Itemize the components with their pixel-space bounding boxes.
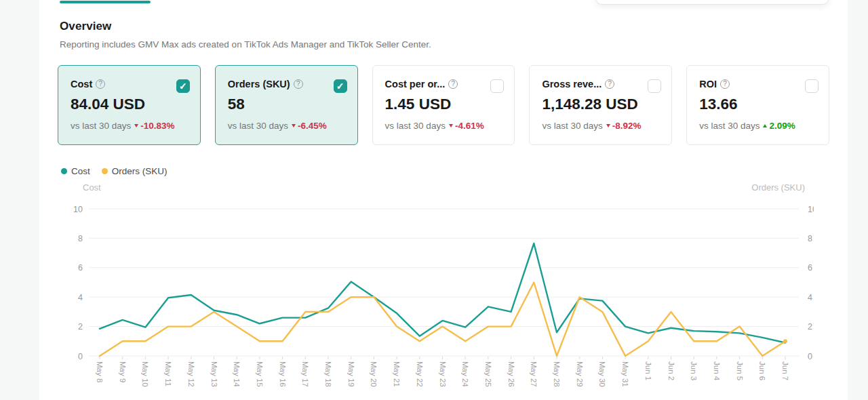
metric-label: Orders (SKU) [228, 79, 290, 89]
svg-text:May 27: May 27 [530, 361, 538, 387]
trend-badge: -8.92% [606, 121, 642, 131]
compare-label: vs last 30 days [542, 121, 602, 131]
svg-text:4: 4 [808, 293, 812, 302]
compare-label: vs last 30 days [71, 121, 131, 131]
metric-card-cost-per-order[interactable]: Cost per or... ? 1.45 USD vs last 30 day… [372, 65, 515, 145]
metric-label: Gross reve... [542, 79, 601, 89]
svg-text:0: 0 [78, 352, 83, 361]
page-title: Overview [60, 20, 111, 33]
svg-text:May 12: May 12 [187, 361, 195, 387]
svg-text:May 31: May 31 [621, 361, 629, 387]
overview-chart: 00224466881010May 8May 9May 10May 11May … [60, 201, 814, 400]
svg-text:6: 6 [808, 263, 812, 273]
metric-card-cost[interactable]: Cost ? 84.04 USD vs last 30 days -10.83% [58, 65, 201, 145]
svg-text:May 11: May 11 [164, 361, 172, 386]
svg-text:May 25: May 25 [484, 361, 492, 387]
svg-text:4: 4 [78, 293, 83, 302]
legend-item-orders-sku[interactable]: Orders (SKU) [102, 166, 167, 176]
metric-cards-row: Cost ? 84.04 USD vs last 30 days -10.83%… [58, 65, 829, 145]
delta-value: -8.92% [612, 121, 642, 131]
svg-text:May 9: May 9 [119, 361, 127, 382]
delta-value: 2.09% [769, 121, 795, 131]
svg-text:May 13: May 13 [210, 361, 218, 387]
svg-text:10: 10 [73, 205, 83, 214]
left-sidebar-rail [0, 0, 39, 400]
svg-text:Jun 7: Jun 7 [781, 361, 789, 380]
metric-value: 84.04 USD [71, 96, 189, 113]
delta-value: -10.83% [140, 121, 174, 131]
help-icon[interactable]: ? [448, 79, 458, 89]
svg-text:May 24: May 24 [461, 361, 469, 387]
metric-value: 1.45 USD [385, 96, 504, 113]
svg-text:Jun 6: Jun 6 [758, 361, 766, 380]
metric-checkbox[interactable] [334, 79, 347, 93]
metric-card-orders-sku[interactable]: Orders (SKU) ? 58 vs last 30 days -6.45% [215, 65, 358, 145]
delta-value: -6.45% [298, 121, 327, 131]
legend-label: Cost [71, 166, 90, 176]
svg-text:Jun 2: Jun 2 [667, 361, 675, 380]
svg-text:Jun 4: Jun 4 [713, 361, 721, 381]
svg-text:May 14: May 14 [233, 361, 241, 387]
svg-text:May 23: May 23 [439, 361, 447, 387]
svg-text:May 29: May 29 [576, 361, 584, 387]
metric-label: ROI [699, 79, 717, 89]
trend-badge: 2.09% [763, 121, 795, 131]
metric-checkbox[interactable] [490, 79, 504, 93]
svg-text:Jun 5: Jun 5 [736, 361, 744, 380]
compare-label: vs last 30 days [699, 121, 760, 131]
svg-text:May 18: May 18 [324, 361, 332, 387]
active-tab-indicator [60, 1, 151, 3]
svg-text:May 16: May 16 [279, 361, 287, 387]
svg-text:8: 8 [808, 234, 812, 243]
metric-card-roi[interactable]: ROI ? 13.66 vs last 30 days 2.09% [686, 65, 829, 145]
metric-value: 1,148.28 USD [542, 96, 660, 113]
help-icon[interactable]: ? [294, 79, 303, 89]
svg-text:May 19: May 19 [347, 361, 355, 387]
gmv-max-overview-page: Overview Reporting includes GMV Max ads … [0, 0, 868, 400]
metric-value: 13.66 [699, 96, 818, 113]
delta-value: -4.61% [455, 121, 484, 131]
help-icon[interactable]: ? [720, 79, 730, 89]
svg-text:May 22: May 22 [416, 361, 424, 387]
overview-chart-container: 00224466881010May 8May 9May 10May 11May … [60, 201, 814, 400]
svg-text:0: 0 [808, 352, 812, 361]
legend-item-cost[interactable]: Cost [61, 166, 90, 176]
left-axis-title: Cost [83, 182, 101, 193]
trend-badge: -6.45% [292, 121, 327, 131]
trend-badge: -4.61% [449, 121, 484, 131]
svg-text:May 20: May 20 [370, 361, 378, 387]
svg-text:2: 2 [78, 322, 83, 332]
svg-text:May 10: May 10 [141, 361, 149, 387]
metric-label: Cost per or... [385, 79, 446, 89]
trend-down-icon [449, 124, 453, 127]
right-axis-title: Orders (SKU) [712, 182, 805, 193]
svg-text:Jun 1: Jun 1 [644, 361, 652, 380]
svg-text:May 26: May 26 [507, 361, 515, 387]
compare-label: vs last 30 days [385, 121, 446, 131]
svg-text:May 30: May 30 [598, 361, 606, 387]
trend-badge: -10.83% [134, 121, 174, 131]
help-icon[interactable]: ? [605, 79, 614, 89]
legend-dot-cost [61, 168, 67, 174]
right-panel-rail [848, 0, 868, 400]
svg-text:May 21: May 21 [393, 361, 401, 387]
help-icon[interactable]: ? [96, 79, 105, 89]
metric-checkbox[interactable] [648, 79, 661, 93]
trend-down-icon [606, 124, 610, 127]
metric-value: 58 [228, 96, 347, 113]
metric-checkbox[interactable] [805, 79, 818, 93]
trend-down-icon [134, 124, 138, 127]
svg-text:6: 6 [78, 263, 83, 273]
metric-card-gross-revenue[interactable]: Gross reve... ? 1,148.28 USD vs last 30 … [529, 65, 672, 145]
svg-text:10: 10 [808, 205, 814, 214]
chart-legend: Cost Orders (SKU) [61, 166, 167, 176]
svg-text:May 17: May 17 [301, 361, 309, 387]
svg-text:8: 8 [78, 234, 83, 243]
svg-text:Jun 3: Jun 3 [690, 361, 698, 380]
legend-dot-orders [102, 168, 108, 174]
search-input[interactable] [595, 0, 829, 5]
svg-text:May 8: May 8 [96, 361, 104, 382]
trend-up-icon [763, 124, 767, 127]
metric-label: Cost [71, 79, 92, 89]
metric-checkbox[interactable] [176, 79, 190, 93]
